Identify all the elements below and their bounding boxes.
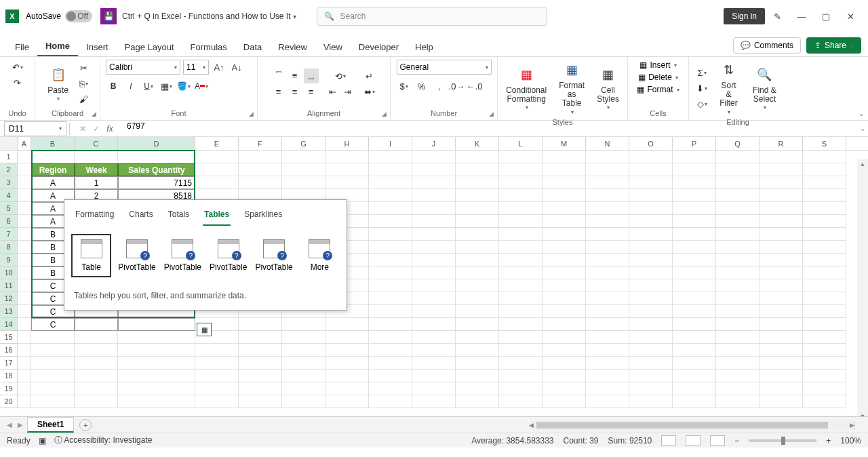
cell-P15[interactable]: [673, 331, 716, 344]
accessibility-status[interactable]: ⓘ Accessibility: Investigate: [54, 435, 153, 446]
cell-I4[interactable]: [369, 189, 412, 202]
cell-J15[interactable]: [412, 331, 456, 344]
format-painter-button[interactable]: 🖌: [77, 92, 92, 107]
cell-styles-button[interactable]: ▦Cell Styles▾: [593, 64, 623, 113]
border-button[interactable]: ▦▾: [159, 79, 174, 94]
align-right-button[interactable]: ≡: [304, 85, 319, 100]
cell-J17[interactable]: [412, 357, 456, 370]
tab-page-layout[interactable]: Page Layout: [117, 38, 182, 56]
decrease-decimal-button[interactable]: ←.0: [467, 79, 482, 94]
align-top-button[interactable]: ⎴: [271, 68, 286, 83]
fill-color-button[interactable]: 🪣▾: [176, 79, 191, 94]
cell-K4[interactable]: [456, 189, 499, 202]
cell-M6[interactable]: [542, 215, 586, 228]
percent-button[interactable]: %: [414, 79, 429, 94]
cell-N6[interactable]: [586, 215, 629, 228]
cell-I11[interactable]: [369, 279, 412, 292]
name-box[interactable]: D11▾: [4, 121, 66, 136]
cell-L20[interactable]: [499, 395, 542, 408]
cell-S10[interactable]: [803, 266, 846, 279]
cell-C3[interactable]: 1: [75, 176, 118, 189]
sign-in-button[interactable]: Sign in: [724, 8, 765, 24]
share-button[interactable]: ⇪Share▾: [806, 37, 861, 54]
formula-bar-expand[interactable]: ⌄: [857, 125, 868, 132]
cell-K17[interactable]: [456, 357, 499, 370]
cell-L13[interactable]: [499, 305, 542, 318]
cell-Q8[interactable]: [716, 241, 760, 254]
cell-A12[interactable]: [18, 292, 31, 305]
insert-cells-button[interactable]: ▦Insert▾: [638, 60, 677, 71]
cell-C17[interactable]: [75, 357, 118, 370]
bold-button[interactable]: B: [106, 79, 121, 94]
row-header-18[interactable]: 18: [0, 370, 18, 382]
cell-D14[interactable]: [118, 318, 195, 331]
tab-review[interactable]: Review: [270, 38, 315, 56]
cell-K20[interactable]: [456, 395, 499, 408]
cell-P16[interactable]: [673, 344, 716, 357]
cell-N10[interactable]: [586, 266, 629, 279]
cell-A14[interactable]: [18, 318, 31, 331]
cell-Q18[interactable]: [716, 370, 760, 382]
cell-A5[interactable]: [18, 202, 31, 215]
cell-B15[interactable]: [31, 331, 75, 344]
cell-E16[interactable]: [195, 344, 239, 357]
row-header-2[interactable]: 2: [0, 163, 18, 176]
cell-S2[interactable]: [803, 163, 846, 176]
cell-G17[interactable]: [282, 357, 326, 370]
cell-N16[interactable]: [586, 344, 629, 357]
column-header-K[interactable]: K: [456, 137, 499, 150]
cell-P20[interactable]: [673, 395, 716, 408]
cell-O10[interactable]: [629, 266, 673, 279]
cell-L15[interactable]: [499, 331, 542, 344]
cell-E3[interactable]: [195, 176, 239, 189]
cell-N18[interactable]: [586, 370, 629, 382]
cell-F17[interactable]: [239, 357, 282, 370]
column-header-S[interactable]: S: [803, 137, 846, 150]
cell-P10[interactable]: [673, 266, 716, 279]
cell-L1[interactable]: [499, 151, 542, 163]
cell-J10[interactable]: [412, 266, 456, 279]
cell-R10[interactable]: [760, 266, 803, 279]
increase-decimal-button[interactable]: .0→: [450, 79, 465, 94]
cell-P1[interactable]: [673, 151, 716, 163]
italic-button[interactable]: I: [123, 79, 138, 94]
cut-button[interactable]: ✂: [77, 61, 92, 76]
cell-J18[interactable]: [412, 370, 456, 382]
cell-A13[interactable]: [18, 305, 31, 318]
cell-J12[interactable]: [412, 292, 456, 305]
cell-H15[interactable]: [326, 331, 369, 344]
cell-Q10[interactable]: [716, 266, 760, 279]
column-header-L[interactable]: L: [499, 137, 542, 150]
cell-I5[interactable]: [369, 202, 412, 215]
cell-O9[interactable]: [629, 254, 673, 266]
autosum-button[interactable]: Σ▾: [694, 65, 709, 80]
cell-S19[interactable]: [803, 382, 846, 395]
cell-P6[interactable]: [673, 215, 716, 228]
cell-G20[interactable]: [282, 395, 326, 408]
font-launcher[interactable]: ◢: [247, 110, 255, 118]
cell-C16[interactable]: [75, 344, 118, 357]
cell-H16[interactable]: [326, 344, 369, 357]
autosave-switch[interactable]: Off: [65, 10, 92, 22]
cell-K15[interactable]: [456, 331, 499, 344]
redo-button[interactable]: ↷: [10, 75, 25, 90]
cell-J1[interactable]: [412, 151, 456, 163]
cell-R9[interactable]: [760, 254, 803, 266]
row-header-17[interactable]: 17: [0, 357, 18, 370]
cell-K8[interactable]: [456, 241, 499, 254]
title-dropdown-icon[interactable]: ▾: [293, 13, 296, 20]
row-header-10[interactable]: 10: [0, 266, 18, 279]
cell-Q17[interactable]: [716, 357, 760, 370]
worksheet-grid[interactable]: ABCDEFGHIJKLMNOPQRS 12RegionWeekSales Qu…: [0, 137, 868, 416]
cell-B1[interactable]: [31, 151, 75, 163]
column-header-G[interactable]: G: [282, 137, 326, 150]
cell-Q12[interactable]: [716, 292, 760, 305]
column-header-Q[interactable]: Q: [716, 137, 760, 150]
qa-tab-sparklines[interactable]: Sparklines: [243, 207, 283, 226]
cell-S1[interactable]: [803, 151, 846, 163]
cell-L14[interactable]: [499, 318, 542, 331]
align-bottom-button[interactable]: ⎵: [304, 68, 319, 83]
cell-P14[interactable]: [673, 318, 716, 331]
cell-H19[interactable]: [326, 382, 369, 395]
cell-N17[interactable]: [586, 357, 629, 370]
